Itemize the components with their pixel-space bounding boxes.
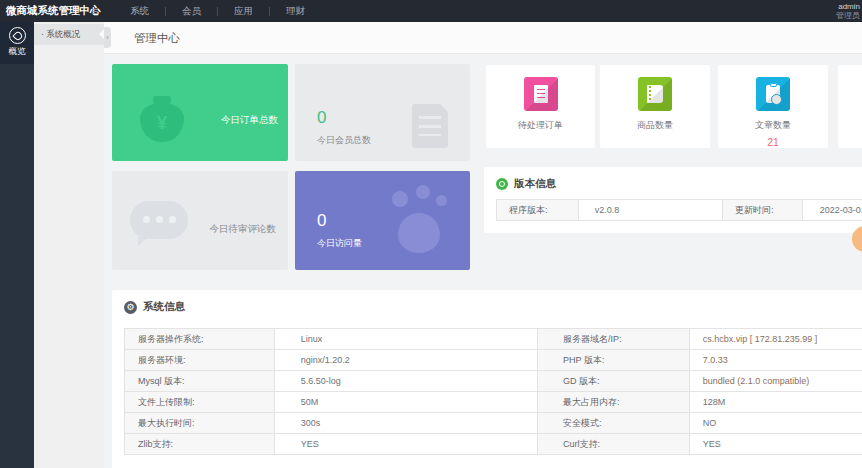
selected-notch [99, 29, 104, 39]
stat-value: 0 [317, 108, 326, 128]
row-value: 300s [275, 413, 538, 433]
user-role: 管理员 [836, 11, 860, 20]
gauge-icon [9, 27, 26, 44]
chat-bubble-icon [130, 201, 188, 241]
stat-card-members-today: 0 今日会员总数 [295, 64, 470, 161]
secondary-sidebar: · 系统概况 [34, 22, 104, 468]
version-label: 程序版本: [497, 200, 579, 220]
row-label: 文件上传限制: [125, 392, 275, 412]
stat-card-orders-today: ¥ 今日订单总数 [112, 64, 288, 161]
page-header: ‹ 管理中心 [104, 22, 862, 54]
row-label: 服务器环境: [125, 350, 275, 370]
update-time-value: 2022-03-01 [803, 200, 862, 220]
table-row: 文件上传限制: 50M 最大占用内存: 128M [125, 392, 862, 413]
quick-card-product-count[interactable]: 商品数量 [600, 65, 710, 148]
row-value: YES [690, 434, 862, 454]
left-rail: 概览 [0, 22, 34, 468]
row-label: PHP 版本: [538, 350, 690, 370]
stat-value: 0 [317, 211, 326, 231]
version-value: v2.0.8 [579, 200, 723, 220]
row-label: 服务器操作系统: [125, 329, 275, 349]
stat-label: 今日访问量 [317, 237, 362, 250]
row-label: Mysql 版本: [125, 371, 275, 391]
quick-card-label: 文章数量 [718, 119, 828, 132]
row-label: Curl支持: [538, 434, 690, 454]
row-value: YES [275, 434, 538, 454]
stat-card-visits-today: 0 今日访问量 [295, 171, 470, 270]
rail-item-label: 概览 [0, 46, 34, 58]
quick-card-article-count[interactable]: 文章数量 21 [718, 65, 828, 148]
topbar: 微商城系统管理中心 ≡ 系统 会员 应用 理财 admin 管理员 [0, 0, 862, 22]
stat-label: 今日会员总数 [317, 134, 371, 147]
table-row: Zlib支持: YES Curl支持: YES [125, 434, 862, 455]
sidebar-item-label: · 系统概况 [41, 29, 80, 39]
table-row: 最大执行时间: 300s 安全模式: NO [125, 413, 862, 434]
row-value: NO [690, 413, 862, 433]
row-label: 最大占用内存: [538, 392, 690, 412]
table-row: 服务器操作系统: Linux 服务器域名/IP: cs.hcbx.vip [ 1… [125, 329, 862, 350]
user-name: admin [836, 2, 860, 11]
row-value: cs.hcbx.vip [ 172.81.235.99 ] [690, 329, 862, 349]
row-value: 50M [275, 392, 538, 412]
money-bag-icon: ¥ [140, 96, 184, 142]
version-table: 程序版本: v2.0.8 更新时间: 2022-03-01 [496, 199, 862, 221]
nav-item-app[interactable]: 应用 [218, 0, 269, 22]
sidebar-collapse-handle[interactable]: ‹ [104, 27, 111, 48]
system-info-table: 服务器操作系统: Linux 服务器域名/IP: cs.hcbx.vip [ 1… [124, 328, 862, 455]
stat-label: 今日订单总数 [221, 114, 278, 127]
system-info-panel: ⚙ 系统信息 服务器操作系统: Linux 服务器域名/IP: cs.hcbx.… [112, 290, 862, 468]
quick-card-cutoff[interactable] [838, 65, 862, 148]
document-icon [412, 104, 448, 148]
hamburger-icon[interactable]: ≡ [84, 5, 106, 17]
sidebar-item-system-overview[interactable]: · 系统概况 [34, 24, 104, 45]
quick-card-label: 商品数量 [600, 119, 710, 132]
version-icon [496, 178, 508, 190]
update-time-label: 更新时间: [723, 200, 803, 220]
nav-item-member[interactable]: 会员 [166, 0, 217, 22]
nav-item-system[interactable]: 系统 [114, 0, 165, 22]
rail-item-overview[interactable]: 概览 [0, 22, 34, 64]
row-value: 7.0.33 [690, 350, 862, 370]
gear-icon: ⚙ [124, 301, 137, 314]
row-label: GD 版本: [538, 371, 690, 391]
version-info-panel: 版本信息 程序版本: v2.0.8 更新时间: 2022-03-01 [484, 167, 862, 233]
quick-card-pending-orders[interactable]: 待处理订单 [486, 65, 595, 148]
pending-orders-icon [524, 77, 558, 111]
row-value: 5.6.50-log [275, 371, 538, 391]
stat-label: 今日待审评论数 [210, 223, 277, 236]
row-label: Zlib支持: [125, 434, 275, 454]
article-count-value: 21 [718, 136, 828, 148]
row-label: 安全模式: [538, 413, 690, 433]
nav-item-finance[interactable]: 理财 [270, 0, 321, 22]
row-value: Linux [275, 329, 538, 349]
paw-icon [390, 187, 452, 255]
top-nav: 系统 会员 应用 理财 [114, 0, 321, 22]
main-content: ‹ 管理中心 ¥ 今日订单总数 0 今日会员总数 今日待审评论数 0 今日访问量… [104, 22, 862, 468]
page-title: 管理中心 [134, 22, 180, 54]
product-count-icon [638, 77, 672, 111]
system-panel-title: 系统信息 [143, 300, 185, 314]
row-value: bundled (2.1.0 compatible) [690, 371, 862, 391]
table-row: Mysql 版本: 5.6.50-log GD 版本: bundled (2.1… [125, 371, 862, 392]
user-menu[interactable]: admin 管理员 [836, 2, 860, 20]
row-value: nginx/1.20.2 [275, 350, 538, 370]
table-row: 程序版本: v2.0.8 更新时间: 2022-03-01 [497, 200, 862, 221]
table-row: 服务器环境: nginx/1.20.2 PHP 版本: 7.0.33 [125, 350, 862, 371]
article-count-icon [756, 77, 790, 111]
version-panel-title: 版本信息 [514, 177, 556, 191]
app-title: 微商城系统管理中心 [0, 4, 84, 18]
row-label: 服务器域名/IP: [538, 329, 690, 349]
stat-card-pending-comments: 今日待审评论数 [112, 171, 288, 270]
quick-card-label: 待处理订单 [486, 119, 595, 132]
row-label: 最大执行时间: [125, 413, 275, 433]
row-value: 128M [690, 392, 862, 412]
